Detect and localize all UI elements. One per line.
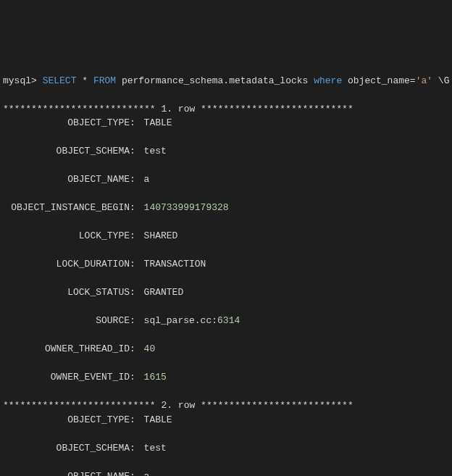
- cond-val: 'a': [416, 75, 432, 86]
- row-separator: *************************** 1. row *****…: [3, 104, 353, 114]
- field-object-name: OBJECT_NAME: a: [3, 469, 449, 477]
- mysql-prompt: mysql>: [3, 75, 37, 86]
- field-lock-status: LOCK_STATUS: GRANTED: [3, 285, 449, 300]
- kw-from: FROM: [93, 75, 116, 86]
- query-line: mysql> SELECT * FROM performance_schema.…: [3, 74, 449, 88]
- terminal-output: mysql> SELECT * FROM performance_schema.…: [3, 59, 449, 476]
- kw-where: where: [314, 75, 342, 86]
- row-separator: *************************** 2. row *****…: [3, 400, 353, 411]
- field-object-name: OBJECT_NAME: a: [3, 172, 449, 187]
- field-object-schema: OBJECT_SCHEMA: test: [3, 144, 449, 159]
- field-source: SOURCE: sql_parse.cc:6314: [3, 314, 449, 328]
- star: *: [82, 75, 88, 86]
- field-lock-type: LOCK_TYPE: SHARED: [3, 229, 449, 243]
- field-lock-duration: LOCK_DURATION: TRANSACTION: [3, 257, 449, 272]
- cond-field: object_name=: [348, 75, 416, 86]
- field-object-schema: OBJECT_SCHEMA: test: [3, 441, 449, 456]
- kw-select: SELECT: [43, 75, 77, 86]
- table-name: performance_schema.metadata_locks: [122, 75, 308, 86]
- field-owner-event-id: OWNER_EVENT_ID: 1615: [3, 370, 449, 385]
- field-object-type: OBJECT_TYPE: TABLE: [3, 116, 449, 130]
- field-owner-thread-id: OWNER_THREAD_ID: 40: [3, 342, 449, 356]
- field-object-instance-begin: OBJECT_INSTANCE_BEGIN: 140733999179328: [3, 201, 449, 215]
- field-object-type: OBJECT_TYPE: TABLE: [3, 413, 449, 427]
- query-tail: \G: [438, 75, 450, 86]
